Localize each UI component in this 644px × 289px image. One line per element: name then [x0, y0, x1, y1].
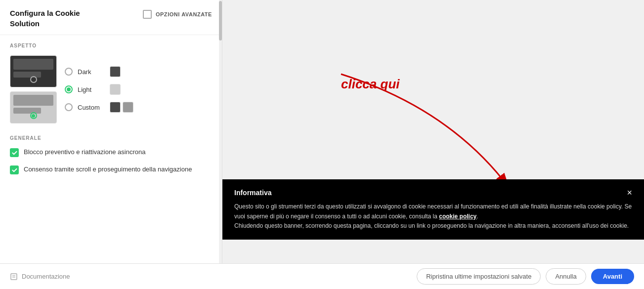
- panel-title: Configura la Cookie Solution: [10, 8, 80, 29]
- radio-light[interactable]: [65, 85, 73, 93]
- advanced-label: OPZIONI AVANZATE: [156, 11, 212, 17]
- generale-section: GENERALE Blocco preventivo e riattivazio…: [10, 135, 212, 174]
- custom-swatch-1: [110, 102, 121, 113]
- panel-content: ASPETTO: [0, 35, 222, 263]
- checkbox-text-2: Consenso tramite scroll e proseguimento …: [24, 165, 192, 174]
- scroll-bar[interactable]: [219, 0, 222, 263]
- book-icon: [10, 273, 18, 281]
- cookie-body-text1: Questo sito o gli strumenti terzi da que…: [234, 203, 632, 219]
- svg-rect-1: [11, 274, 17, 280]
- radio-dark[interactable]: [65, 68, 73, 76]
- checkbox-item-2[interactable]: Consenso tramite scroll e proseguimento …: [10, 165, 212, 174]
- dark-color-swatch: [110, 66, 121, 77]
- theme-row: Dark Light Custom: [10, 55, 212, 124]
- preview-light-footer: [13, 108, 41, 114]
- preview-dark-footer: [13, 72, 41, 78]
- advanced-options-toggle[interactable]: OPZIONI AVANZATE: [143, 10, 212, 19]
- checkbox-text-1: Blocco preventivo e riattivazione asincr…: [24, 148, 145, 157]
- radio-custom[interactable]: [65, 103, 73, 111]
- aspetto-label: ASPETTO: [10, 43, 212, 48]
- theme-options: Dark Light Custom: [65, 66, 133, 113]
- right-panel: clicca qui Informativa × Questo sito o g…: [222, 0, 644, 263]
- custom-color-swatches: [110, 102, 133, 113]
- theme-previews: [10, 55, 57, 124]
- bottom-bar: Documentazione Ripristina ultime imposta…: [0, 263, 644, 289]
- preview-dark-header: [13, 59, 53, 70]
- check-icon-2: [10, 165, 19, 174]
- documentation-link[interactable]: Documentazione: [10, 273, 70, 281]
- theme-preview-light[interactable]: [10, 91, 57, 124]
- generale-label: GENERALE: [10, 135, 212, 141]
- next-button[interactable]: Avanti: [591, 269, 634, 284]
- preview-light-header: [13, 95, 53, 106]
- cookie-banner-header: Informativa ×: [234, 188, 632, 197]
- advanced-checkbox[interactable]: [143, 10, 152, 19]
- aspetto-section: ASPETTO: [10, 43, 212, 124]
- cookie-close-button[interactable]: ×: [627, 188, 632, 197]
- custom-swatch-2: [123, 102, 133, 113]
- cookie-body: Questo sito o gli strumenti terzi da que…: [234, 202, 632, 231]
- panel-header: Configura la Cookie Solution OPZIONI AVA…: [0, 0, 222, 35]
- theme-light-label: Light: [78, 86, 105, 93]
- theme-option-light[interactable]: Light: [65, 84, 133, 95]
- theme-custom-label: Custom: [78, 104, 105, 111]
- theme-option-custom[interactable]: Custom: [65, 102, 133, 113]
- light-color-swatch: [110, 84, 121, 95]
- left-panel: Configura la Cookie Solution OPZIONI AVA…: [0, 0, 222, 263]
- scroll-thumb: [219, 1, 222, 41]
- preview-light-radio: [30, 112, 37, 119]
- restore-button[interactable]: Ripristina ultime impostazioni salvate: [417, 268, 541, 285]
- cookie-banner: Informativa × Questo sito o gli strument…: [222, 179, 644, 240]
- cookie-policy-link[interactable]: cookie policy: [439, 213, 476, 220]
- theme-option-dark[interactable]: Dark: [65, 66, 133, 77]
- bottom-actions: Ripristina ultime impostazioni salvate A…: [417, 268, 634, 285]
- preview-dark-radio: [30, 76, 37, 83]
- theme-preview-dark[interactable]: [10, 55, 57, 87]
- check-icon-1: [10, 148, 19, 157]
- cookie-title: Informativa: [234, 189, 271, 197]
- doc-label: Documentazione: [22, 273, 70, 280]
- cancel-button[interactable]: Annulla: [546, 268, 586, 285]
- checkbox-item-1[interactable]: Blocco preventivo e riattivazione asincr…: [10, 148, 212, 157]
- theme-dark-label: Dark: [78, 68, 105, 76]
